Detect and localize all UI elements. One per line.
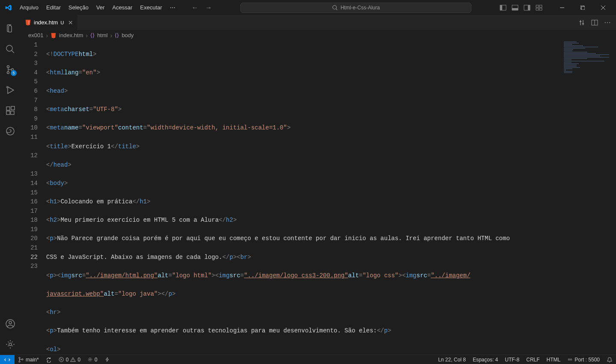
title-bar: Arquivo Editar Seleção Ver Acessar Execu…: [0, 0, 616, 15]
html-file-icon: [50, 32, 56, 38]
svg-rect-3: [500, 5, 502, 10]
svg-point-35: [22, 358, 23, 360]
minimize-button[interactable]: [553, 0, 572, 15]
code-content[interactable]: <!DOCTYPE html> <html lang="en"> <head> …: [46, 41, 616, 355]
status-problems[interactable]: 0 0: [55, 357, 84, 363]
close-button[interactable]: [594, 0, 613, 15]
customize-layout-icon[interactable]: [536, 4, 542, 11]
svg-point-34: [19, 361, 20, 362]
svg-point-42: [89, 358, 92, 361]
svg-point-27: [6, 127, 14, 135]
status-encoding[interactable]: UTF-8: [501, 357, 523, 363]
status-sync[interactable]: [42, 357, 55, 363]
menu-acessar[interactable]: Acessar: [109, 3, 136, 12]
command-center: Html-e-Css-Alura: [212, 3, 500, 13]
toggle-primary-sidebar-icon[interactable]: [500, 4, 506, 11]
menu-editar[interactable]: Editar: [43, 3, 64, 12]
svg-rect-8: [536, 5, 539, 7]
split-editor-icon[interactable]: [591, 19, 598, 26]
menu-overflow[interactable]: ⋯: [166, 3, 179, 12]
svg-rect-10: [536, 8, 539, 10]
breadcrumb-file[interactable]: index.htm: [59, 32, 83, 38]
symbol-icon: ⟨⟩: [90, 32, 95, 38]
svg-point-30: [9, 343, 12, 346]
svg-line-18: [12, 50, 14, 53]
activity-extensions-icon[interactable]: [0, 100, 21, 121]
main-area: 5 index.htm U ✕: [0, 15, 616, 355]
svg-point-20: [7, 72, 9, 74]
svg-point-40: [73, 361, 73, 361]
html-file-icon: [25, 19, 31, 26]
tab-filename: index.htm: [34, 19, 58, 26]
toggle-panel-icon[interactable]: [512, 4, 518, 11]
toggle-secondary-sidebar-icon[interactable]: [524, 4, 530, 11]
breadcrumb-symbol-body[interactable]: body: [121, 32, 133, 38]
status-notifications-icon[interactable]: [603, 357, 616, 363]
svg-point-33: [19, 357, 20, 358]
svg-rect-11: [539, 8, 542, 10]
svg-line-1: [336, 9, 338, 10]
more-actions-icon[interactable]: ⋯: [604, 18, 611, 26]
svg-point-17: [6, 45, 12, 51]
compare-changes-icon[interactable]: [578, 19, 585, 26]
activity-settings-icon[interactable]: [0, 334, 21, 355]
svg-rect-23: [6, 107, 10, 110]
menu-arquivo[interactable]: Arquivo: [16, 3, 42, 12]
window-controls: [500, 0, 613, 15]
tab-close-icon[interactable]: ✕: [68, 19, 73, 26]
remote-indicator[interactable]: [0, 355, 15, 364]
command-center-label: Html-e-Css-Alura: [341, 5, 380, 11]
svg-point-29: [9, 321, 12, 324]
svg-rect-5: [512, 8, 518, 10]
breadcrumb-symbol-html[interactable]: html: [97, 32, 108, 38]
svg-rect-25: [11, 111, 14, 114]
breadcrumbs[interactable]: ex001 › index.htm › ⟨⟩ html › ⟨⟩ body: [21, 30, 616, 41]
menu-selecao[interactable]: Seleção: [65, 3, 92, 12]
maximize-button[interactable]: [573, 0, 592, 15]
chevron-right-icon: ›: [86, 32, 88, 39]
command-center-search[interactable]: Html-e-Css-Alura: [240, 3, 471, 13]
svg-rect-26: [11, 106, 15, 110]
status-live-server[interactable]: Port : 5500: [564, 357, 603, 363]
status-eol[interactable]: CRLF: [523, 357, 543, 363]
activity-source-control-icon[interactable]: 5: [0, 59, 21, 80]
editor-tabs: index.htm U ✕ ⋯: [21, 15, 616, 30]
activity-run-debug-icon[interactable]: [0, 80, 21, 100]
svg-point-19: [7, 66, 9, 68]
status-branch[interactable]: main*: [15, 357, 42, 363]
status-bar: main* 0 0 0 Ln 22, Col 8 Espaços: 4 UTF-…: [0, 355, 616, 364]
status-ln-col[interactable]: Ln 22, Col 8: [435, 357, 469, 363]
status-thunder[interactable]: [101, 357, 113, 362]
vscode-logo-icon: [5, 4, 12, 11]
activity-bar: 5: [0, 15, 21, 355]
svg-point-43: [569, 359, 571, 360]
nav-arrows: ← →: [192, 4, 212, 12]
svg-rect-14: [581, 6, 585, 10]
svg-rect-9: [539, 5, 542, 7]
menu-executar[interactable]: Executar: [137, 3, 166, 12]
search-icon: [332, 5, 338, 11]
chevron-right-icon: ›: [110, 32, 113, 39]
breadcrumb-folder[interactable]: ex001: [28, 32, 43, 38]
status-language[interactable]: HTML: [543, 357, 564, 363]
svg-rect-7: [528, 5, 530, 10]
symbol-icon: ⟨⟩: [115, 32, 119, 38]
activity-explorer-icon[interactable]: [0, 18, 21, 39]
nav-back-icon[interactable]: ←: [192, 4, 198, 12]
source-control-badge: 5: [11, 70, 17, 76]
status-ports[interactable]: 0: [84, 357, 101, 363]
editor-content[interactable]: 12345 678910 11 12 13 1415161718 1920212…: [21, 41, 616, 355]
svg-rect-24: [6, 111, 10, 114]
line-numbers-gutter: 12345 678910 11 12 13 1415161718 1920212…: [21, 41, 46, 355]
menu-ver[interactable]: Ver: [93, 3, 108, 12]
activity-edge-icon[interactable]: [0, 121, 21, 141]
main-menu: Arquivo Editar Seleção Ver Acessar Execu…: [16, 3, 179, 12]
tab-index-htm[interactable]: index.htm U ✕: [21, 15, 78, 30]
chevron-right-icon: ›: [46, 32, 48, 39]
activity-search-icon[interactable]: [0, 39, 21, 59]
nav-forward-icon[interactable]: →: [205, 4, 212, 12]
svg-point-41: [89, 359, 91, 360]
status-spaces[interactable]: Espaços: 4: [469, 357, 501, 363]
editor-area: index.htm U ✕ ⋯ ex001 › index.htm › ⟨⟩ h…: [21, 15, 616, 355]
activity-accounts-icon[interactable]: [0, 314, 21, 334]
